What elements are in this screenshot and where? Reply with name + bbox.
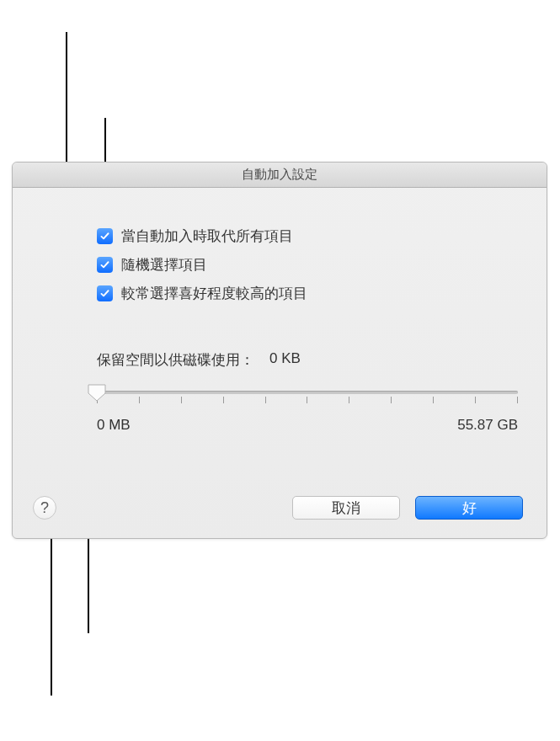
slider-tick: [433, 397, 434, 403]
window-content: 當自動加入時取代所有項目 隨機選擇項目 較常選擇喜好程度較高的項目 保留空間以供…: [13, 188, 547, 538]
slider-thumb-icon: [87, 383, 107, 402]
slider-tick: [475, 397, 476, 403]
disk-space-slider-section: 保留空間以供磁碟使用： 0 KB: [97, 350, 521, 434]
ok-button[interactable]: 好: [415, 496, 523, 520]
cancel-button[interactable]: 取消: [292, 496, 400, 520]
slider-tick: [223, 397, 224, 403]
checkbox-label: 隨機選擇項目: [121, 255, 207, 275]
checkbox-row-replace-all: 當自動加入時取代所有項目: [97, 227, 521, 246]
slider-label-row: 保留空間以供磁碟使用： 0 KB: [97, 350, 521, 370]
checkbox-row-random: 隨機選擇項目: [97, 255, 521, 275]
checkbox-random[interactable]: [97, 257, 113, 273]
checkbox-label: 當自動加入時取代所有項目: [121, 227, 293, 246]
slider-tick: [265, 397, 266, 403]
slider-tick: [307, 397, 307, 403]
button-label: 取消: [332, 498, 360, 518]
help-button[interactable]: ?: [33, 496, 56, 520]
checkbox-row-higher-rated: 較常選擇喜好程度較高的項目: [97, 284, 521, 303]
slider-tick: [349, 397, 349, 403]
slider-label: 保留空間以供磁碟使用：: [97, 350, 254, 370]
checkmark-icon: [99, 288, 110, 299]
slider-tick: [139, 397, 140, 403]
slider-thumb[interactable]: [87, 383, 107, 402]
settings-window: 自動加入設定 當自動加入時取代所有項目 隨機選擇項目 較常選擇喜好程度較高的項目…: [12, 162, 547, 539]
slider-min: 0 MB: [97, 417, 131, 434]
help-icon: ?: [40, 499, 49, 517]
slider-tick: [181, 397, 182, 403]
slider-container: [97, 381, 518, 407]
checkbox-label: 較常選擇喜好程度較高的項目: [121, 284, 307, 303]
slider-track[interactable]: [97, 391, 518, 394]
button-row: 取消 好: [292, 496, 523, 520]
slider-ticks: [97, 397, 518, 403]
slider-range: 0 MB 55.87 GB: [97, 417, 518, 434]
checkbox-replace-all[interactable]: [97, 228, 113, 244]
checkmark-icon: [99, 231, 110, 242]
button-label: 好: [462, 498, 477, 518]
checkbox-higher-rated[interactable]: [97, 285, 113, 301]
checkmark-icon: [99, 259, 110, 270]
titlebar: 自動加入設定: [13, 163, 547, 188]
window-title: 自動加入設定: [242, 167, 317, 183]
slider-value: 0 KB: [269, 350, 301, 370]
slider-tick: [517, 397, 518, 403]
slider-max: 55.87 GB: [457, 417, 518, 434]
slider-tick: [391, 397, 392, 403]
